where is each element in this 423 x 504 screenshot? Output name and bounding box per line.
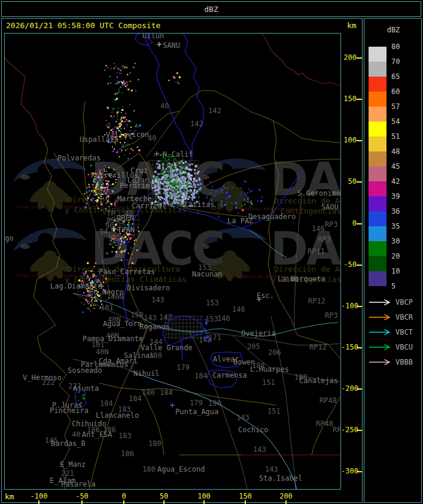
- road-number-label: 184: [129, 394, 142, 403]
- road-number-label: 40N: [96, 348, 109, 356]
- road-number-label: 40: [72, 430, 80, 439]
- road-number-label: RP: [333, 426, 341, 434]
- road-number-label: 179: [190, 399, 203, 407]
- place-label: SAOU: [321, 203, 339, 211]
- place-label: Punta_Agua: [175, 408, 218, 416]
- road-number-label: 143: [265, 465, 278, 473]
- road-number-label: 186: [121, 450, 134, 458]
- station-marker-icon: [157, 42, 162, 47]
- place-label: Polvaredas: [57, 154, 101, 162]
- place-label: Desaguadero: [248, 212, 296, 221]
- road-number-label: 143: [144, 314, 157, 322]
- road-number-label: 151: [267, 407, 281, 415]
- road-number-label: 95: [115, 217, 123, 226]
- place-label: Agua_Escond: [157, 465, 205, 473]
- place-label: ago: [1, 234, 14, 242]
- road-number-label: 188: [252, 362, 265, 370]
- road-number-label: RP3: [318, 235, 331, 244]
- road-number-label: 101: [101, 303, 114, 312]
- place-label: SANU: [163, 41, 180, 50]
- road-number-label: 40: [160, 102, 169, 110]
- place-label: Paso_Carretas: [99, 268, 155, 276]
- road-number-label: 184: [194, 372, 208, 380]
- place-label: Cruz: [130, 166, 148, 175]
- road-number-label: 40: [114, 251, 123, 260]
- radar-echo-cluster: [104, 63, 139, 101]
- road-number-label: RP12: [308, 297, 325, 305]
- place-label: Sta.Isabel: [259, 474, 302, 482]
- place-label: Reganos: [139, 323, 170, 331]
- road-number-label: RP48: [316, 420, 333, 428]
- road-number-label: 183: [118, 432, 132, 440]
- road-number-label: RP12: [309, 343, 327, 351]
- road-number-label: 206: [268, 348, 281, 357]
- road-number-label: 180: [148, 439, 162, 448]
- road-line: [99, 383, 276, 405]
- road-number-label: 190: [208, 399, 221, 408]
- station-marker-icon: [170, 403, 175, 408]
- place-label: Pasarela: [61, 480, 96, 488]
- map-content: DACCDACCDACCDACCDirección de Agricultura…: [1, 32, 403, 490]
- road-number-label: RP48: [319, 396, 337, 405]
- road-number-label: 142: [208, 107, 221, 115]
- road-number-label: 151: [262, 378, 275, 387]
- place-label: Ullun: [142, 32, 164, 40]
- road-number-label: 147: [159, 313, 172, 321]
- place-label: Carrizal: [132, 202, 166, 210]
- place-label: Divisadero: [127, 284, 170, 292]
- place-label: Uspallata: [80, 135, 118, 144]
- road-number-label: 143: [151, 296, 165, 304]
- place-label: Valle Grande: [141, 344, 193, 352]
- url-watermark: www.contingencias.mendoza.gov.ar: [211, 206, 305, 211]
- road-number-label: 184: [100, 399, 113, 408]
- road-number-label: 40N: [106, 332, 119, 340]
- road-number-label: RP3: [325, 311, 338, 320]
- place-label: TYAN: [117, 226, 135, 234]
- place-label: Perdriel: [120, 181, 154, 190]
- road-number-label: 171: [208, 333, 221, 342]
- road-number-label: 180: [142, 465, 156, 473]
- border-line: [262, 34, 341, 86]
- road-number-label: 222: [42, 378, 55, 387]
- border-line: [1, 53, 43, 138]
- road-number-label: 40N: [108, 315, 121, 324]
- road-number-label: 143: [236, 414, 249, 422]
- place-label: Sosneado: [68, 366, 102, 375]
- place-label: La Horqueta: [278, 275, 325, 283]
- road-number-label: RP11: [308, 247, 325, 256]
- road-number-label: 94: [99, 227, 108, 236]
- road-number-label: 142: [190, 120, 203, 128]
- place-label: Ajunta: [73, 384, 99, 393]
- road-number-label: 153: [206, 299, 219, 307]
- road-number-label: 180: [149, 351, 162, 360]
- place-label: Canalejas: [299, 377, 338, 385]
- road-number-label: 143: [253, 445, 266, 454]
- radar-echo-cluster: [168, 72, 180, 84]
- road-line: [271, 316, 296, 490]
- place-label: E_Manz: [60, 460, 86, 469]
- road-number-label: 146: [232, 305, 245, 314]
- road-number-label: 150: [130, 311, 144, 319]
- road-number-label: 179: [176, 363, 190, 372]
- road-number-label: RP3: [325, 220, 338, 229]
- place-label: Ant_ESA: [82, 430, 112, 439]
- road-number-label: 146: [217, 314, 230, 323]
- road-line: [83, 102, 87, 201]
- road-number-label: 153: [205, 315, 218, 323]
- place-label: Nacunan: [192, 270, 223, 278]
- place-label: Pincheira: [50, 406, 89, 415]
- place-label: Llancanelo: [96, 411, 139, 420]
- place-label: Nihuil: [133, 369, 159, 378]
- road-number-label: 40N: [111, 293, 124, 301]
- radar-app-window: dBZ 2026/01/21 05:58:00 UTC Composite km…: [0, 0, 423, 504]
- map-overlay-svg: DACCDACCDACCDACCDirección de Agricultura…: [0, 0, 423, 504]
- road-number-label: 92: [108, 234, 117, 242]
- place-label: Cochico: [238, 426, 269, 434]
- road-number-label: 184: [160, 388, 173, 397]
- dacc-subtitle-watermark: Dirección de Agricultura: [274, 265, 387, 274]
- place-label: Carmensa: [212, 371, 247, 379]
- place-label: S.Geronimo: [297, 189, 340, 198]
- road-number-label: 180: [142, 388, 155, 397]
- road-number-label: 144: [150, 338, 163, 346]
- place-label: N-Calif: [163, 150, 193, 159]
